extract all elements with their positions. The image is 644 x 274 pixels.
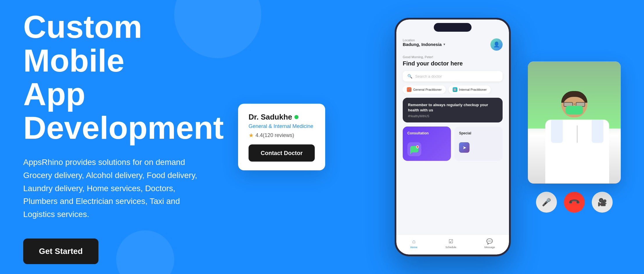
end-call-button[interactable]: 📞 (564, 192, 585, 213)
consultation-label: Consultation (407, 131, 446, 135)
special-arrow-icon: ➤ (459, 142, 469, 153)
bottom-nav: ⌂ Home ☑ Schedule 💬 Message (396, 234, 509, 255)
nav-home[interactable]: ⌂ Home (410, 239, 417, 249)
get-started-button[interactable]: Get Started (23, 239, 98, 264)
special-card[interactable]: Special ➤ (454, 127, 503, 161)
right-content: Dr. Sadukhe General & Internal Medicine … (226, 17, 621, 257)
doctor-mask (566, 106, 583, 114)
doctor-rating: ★ 4.4(120 reviews) (249, 132, 315, 139)
search-placeholder: Search a doctor (415, 74, 442, 79)
location-block: Location Badung, Indonesia ▼ (403, 38, 446, 47)
gp-icon: 🩺 (407, 87, 411, 92)
video-button[interactable]: 🎥 (592, 192, 613, 213)
location-label: Location (403, 38, 446, 42)
phone-screen: Location Badung, Indonesia ▼ 👤 Good Morn… (396, 19, 509, 255)
contact-doctor-button[interactable]: Contact Doctor (249, 145, 315, 162)
hero-section: Custom Mobile App Development AppsRhino … (0, 0, 644, 274)
health-hashtag: #HealthyWithUS (408, 115, 497, 118)
schedule-icon: ☑ (449, 238, 453, 245)
message-icon: 💬 (486, 238, 493, 245)
video-icon: 🎥 (598, 198, 607, 207)
phone-content: Location Badung, Indonesia ▼ 👤 Good Morn… (396, 19, 509, 255)
hero-title: Custom Mobile App Development (23, 10, 226, 144)
home-icon: ⌂ (412, 239, 415, 245)
doctor-name: Dr. Sadukhe (249, 113, 292, 122)
doctor-head (561, 91, 587, 117)
location-name[interactable]: Badung, Indonesia ▼ (403, 42, 446, 47)
category-pills: 🩺 General Practitioner 🏥 Internal Practi… (403, 86, 503, 94)
doctor-video (528, 61, 621, 184)
app-header: Location Badung, Indonesia ▼ 👤 (403, 38, 503, 51)
chevron-down-icon: ▼ (443, 43, 446, 46)
phone-notch (434, 23, 472, 32)
greeting-text: Good Morning, Peter! (403, 55, 503, 59)
chat-bubble-icon (410, 146, 418, 152)
notification-dot (416, 145, 419, 148)
nav-message[interactable]: 💬 Message (484, 238, 495, 249)
doctor-card: Dr. Sadukhe General & Internal Medicine … (238, 104, 325, 170)
pill-general-practitioner[interactable]: 🩺 General Practitioner (403, 86, 446, 94)
mute-button[interactable]: 🎤 (536, 192, 557, 213)
doctor-body (545, 91, 603, 184)
consultation-card[interactable]: Consultation (403, 127, 451, 161)
banner-text: Remember to always regularly checkup you… (408, 102, 497, 113)
doctor-figure (528, 61, 621, 184)
health-banner: Remember to always regularly checkup you… (403, 98, 503, 122)
special-label: Special (459, 131, 498, 135)
consultation-icon (407, 142, 421, 156)
doctor-name-row: Dr. Sadukhe (249, 113, 315, 122)
video-call-panel: 🎤 📞 🎥 (528, 61, 621, 213)
nav-schedule[interactable]: ☑ Schedule (445, 238, 456, 249)
rating-value: 4.4(120 reviews) (256, 132, 294, 138)
star-icon: ★ (249, 132, 254, 139)
online-indicator (294, 115, 298, 119)
doctor-specialty: General & Internal Medicine (249, 123, 315, 129)
search-icon: 🔍 (407, 74, 412, 79)
service-cards: Consultation Special ➤ (403, 127, 503, 161)
left-content: Custom Mobile App Development AppsRhino … (23, 10, 226, 264)
end-call-icon: 📞 (568, 196, 581, 209)
call-controls: 🎤 📞 🎥 (528, 192, 621, 213)
pill-internal-practitioner[interactable]: 🏥 Internal Practitioner (449, 86, 491, 94)
ip-icon: 🏥 (453, 87, 457, 92)
user-avatar[interactable]: 👤 (490, 38, 503, 51)
hero-description: AppsRhino provides solutions for on dema… (23, 156, 209, 221)
mute-icon: 🎤 (542, 198, 551, 207)
phone-mockup: Location Badung, Indonesia ▼ 👤 Good Morn… (395, 18, 511, 256)
main-heading: Find your doctor here (403, 60, 503, 67)
search-bar[interactable]: 🔍 Search a doctor (403, 71, 503, 81)
